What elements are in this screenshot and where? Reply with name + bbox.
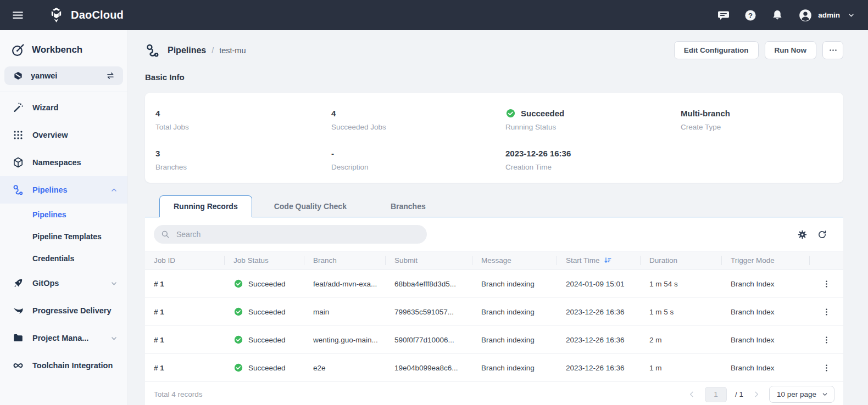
cell-duration: 1 m 54 s (641, 270, 722, 298)
help-icon[interactable] (744, 9, 757, 22)
stat-creation-time: 2023-12-26 16:36Creation Time (505, 148, 681, 171)
cell-submit: 19e04b099ea8c6... (386, 354, 472, 382)
user-name[interactable]: admin (818, 11, 840, 19)
sidebar-item-label: GitOps (32, 279, 59, 288)
brand-name: DaoCloud (71, 9, 124, 21)
wand-icon (12, 102, 24, 114)
sidebar-subitem-pipelines[interactable]: Pipelines (0, 204, 127, 226)
search-box[interactable] (154, 225, 427, 244)
kebab-menu-icon (822, 335, 831, 345)
column-header-job-id: Job ID (145, 251, 225, 270)
namespaces-icon (12, 156, 24, 168)
sidebar-item-project-mana[interactable]: Project Mana... (0, 324, 127, 352)
chevron-right-icon[interactable] (752, 390, 761, 399)
chevron-down-icon (109, 279, 119, 288)
cell-start-time: 2023-12-26 16:36 (557, 298, 641, 326)
cell-job-id: # 1 (145, 326, 225, 354)
tab-bar: Running RecordsCode Quality CheckBranche… (145, 195, 843, 217)
tab-branches[interactable]: Branches (369, 196, 448, 217)
cell-message: Branch indexing (472, 354, 557, 382)
search-icon (160, 229, 170, 239)
stat-running-status: SucceededRunning Status (505, 108, 681, 131)
workbench-icon (11, 43, 25, 57)
sidebar-title-label: Workbench (32, 44, 82, 55)
cell-status: Succeeded (225, 354, 304, 382)
table-toolbar (145, 217, 843, 251)
row-actions-button[interactable] (819, 304, 834, 319)
cell-trigger-mode: Branch Index (722, 298, 810, 326)
column-header-message: Message (472, 251, 557, 270)
kebab-menu-icon (822, 307, 831, 317)
total-records-label: Total 4 records (154, 390, 203, 398)
row-actions-button[interactable] (819, 332, 834, 347)
column-header-start-time: Start Time (557, 251, 641, 270)
cell-status: Succeeded (225, 298, 304, 326)
grid-icon (12, 129, 24, 141)
hamburger-menu-icon[interactable] (11, 8, 25, 22)
chevron-down-icon (821, 390, 829, 398)
page-size-label: 10 per page (777, 390, 816, 398)
records-table: Job IDJob StatusBranchSubmitMessageStart… (145, 251, 843, 382)
sidebar-divider (0, 92, 127, 92)
avatar-icon[interactable] (798, 8, 813, 22)
more-actions-button[interactable] (822, 41, 843, 59)
sidebar-item-overview[interactable]: Overview (0, 121, 127, 149)
stat-succeeded-jobs: 4Succeeded Jobs (331, 108, 505, 131)
cell-submit: 590f0f77d10006... (386, 326, 472, 354)
chevron-left-icon[interactable] (687, 390, 697, 399)
user-dropdown-chevron-icon[interactable] (847, 10, 856, 20)
sidebar-item-namespaces[interactable]: Namespaces (0, 149, 127, 176)
cell-submit: 799635c591057... (386, 298, 472, 326)
bell-icon[interactable] (771, 9, 784, 22)
chevron-down-icon (109, 334, 119, 343)
column-header-branch: Branch (304, 251, 386, 270)
sidebar-subitem-credentials[interactable]: Credentials (0, 248, 127, 269)
sidebar-item-progressive-delivery[interactable]: Progressive Delivery (0, 297, 127, 324)
basic-info-card: 4Total Jobs4Succeeded JobsSucceededRunni… (145, 93, 843, 183)
refresh-icon[interactable] (817, 229, 827, 240)
row-actions-button[interactable] (819, 360, 834, 375)
table-footer: Total 4 records / 1 10 per page (145, 382, 843, 405)
sidebar-item-pipelines[interactable]: Pipelines (0, 176, 127, 204)
breadcrumb-root[interactable]: Pipelines (168, 46, 206, 55)
cell-trigger-mode: Branch Index (722, 326, 810, 354)
tab-code-quality-check[interactable]: Code Quality Check (252, 196, 369, 217)
cell-job-id: # 1 (145, 298, 225, 326)
daocloud-logo-icon (48, 7, 65, 24)
breadcrumb-separator: / (212, 46, 214, 55)
row-actions-button[interactable] (819, 276, 834, 291)
cell-branch: main (304, 298, 386, 326)
swap-icon[interactable] (105, 70, 116, 81)
search-input[interactable] (175, 229, 420, 239)
page-number-input[interactable] (705, 387, 727, 402)
main-content: Pipelines / test-mu Edit Configuration R… (128, 30, 868, 405)
sidebar-item-toolchain-integration[interactable]: Toolchain Integration (0, 352, 127, 379)
tab-running-records[interactable]: Running Records (159, 195, 252, 217)
cell-duration: 1 m 5 s (641, 298, 722, 326)
cell-duration: 1 m (641, 354, 722, 382)
message-icon[interactable] (717, 9, 730, 22)
sidebar-item-gitops[interactable]: GitOps (0, 269, 127, 297)
check-circle-icon (233, 307, 243, 317)
sort-descending-icon[interactable] (604, 256, 613, 265)
stat-total-jobs: 4Total Jobs (155, 108, 331, 131)
sidebar-item-label: Progressive Delivery (32, 306, 111, 315)
run-now-button[interactable]: Run Now (765, 41, 817, 59)
page-count-label: / 1 (735, 390, 743, 398)
gear-icon[interactable] (797, 229, 808, 240)
ellipsis-icon (828, 46, 838, 55)
cell-start-time: 2024-01-09 15:01 (557, 270, 641, 298)
workspace-selector[interactable]: yanwei (4, 66, 123, 85)
sidebar-item-wizard[interactable]: Wizard (0, 94, 127, 121)
daocloud-brand[interactable]: DaoCloud (48, 7, 124, 24)
sidebar-nav: WizardOverviewNamespacesPipelinesPipelin… (0, 94, 127, 379)
page-size-select[interactable]: 10 per page (769, 386, 834, 403)
column-header-actions (810, 251, 843, 270)
sidebar-subitem-pipeline-templates[interactable]: Pipeline Templates (0, 226, 127, 248)
column-header-job-status: Job Status (225, 251, 304, 270)
cell-message: Branch indexing (472, 270, 557, 298)
edit-configuration-button[interactable]: Edit Configuration (674, 41, 759, 59)
kebab-menu-icon (822, 363, 831, 373)
table-row: # 1Succeedede2e19e04b099ea8c6...Branch i… (145, 354, 843, 382)
sidebar-item-label: Project Mana... (32, 334, 88, 342)
